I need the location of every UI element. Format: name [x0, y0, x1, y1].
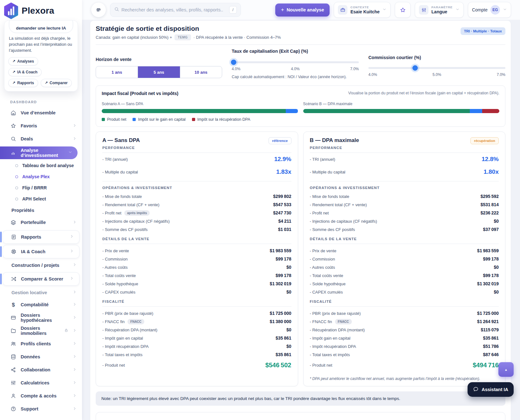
bullet-icon	[15, 198, 18, 200]
sidebar-item-portefeuille[interactable]: Portefeuille	[0, 216, 82, 229]
new-analysis-button[interactable]: + Nouvelle analyse	[275, 3, 330, 17]
sidebar-item-favoris[interactable]: Favoris	[0, 119, 82, 132]
stat-row: - Profit netaprès impôts$247 730	[102, 209, 291, 217]
sidebar-item-analyse-investissement[interactable]: Analyse d’investissement	[0, 146, 78, 159]
sidebar-item-construction-projets[interactable]: Construction / projets	[0, 260, 82, 271]
ai-card-chips: ↗Analyses ↗IA & Coach ↗Rapports ↗Compare…	[8, 57, 74, 87]
sidebar-item-profils-clients[interactable]: Profils clients	[0, 337, 82, 350]
scroll-to-top-button[interactable]: ▲	[498, 362, 514, 377]
stat-row: - Commission$99 178	[102, 255, 291, 263]
commission-slider-thumb[interactable]	[412, 65, 418, 71]
sidebar-item-deals[interactable]: Deals	[0, 132, 82, 146]
commission-slider[interactable]	[368, 67, 505, 69]
sidebar-item-comparer-scorer[interactable]: Comparer & Scorer	[3, 273, 79, 285]
chip-rapports[interactable]: ↗Rapports	[8, 79, 38, 87]
sidebar-card-rapports: Rapports	[3, 230, 79, 244]
chevron-right-icon	[72, 302, 77, 308]
stat-row: - Impôt gain en capital$35 861	[310, 334, 499, 342]
after-tax-badge: après impôts	[124, 210, 150, 216]
sidebar-item-compte-acces[interactable]: Compte & accès	[0, 390, 82, 403]
sidebar-subitem-tableau-de-bord[interactable]: Tableau de bord analyse	[0, 160, 82, 171]
stat-row: - Impôt récupération DPA$0	[102, 342, 291, 350]
sidebar-item-collaboration[interactable]: Collaboration	[0, 363, 82, 376]
favorite-button[interactable]	[395, 2, 411, 18]
controls-row: Horizon de vente 1 ans 5 ans 10 ans Taux…	[96, 45, 505, 81]
horizon-option-10ans[interactable]: 10 ans	[180, 66, 222, 78]
lock-icon	[64, 328, 68, 333]
impact-title: Impact fiscal (Produit net vs impôts)	[102, 91, 178, 96]
segment-impot-gain	[470, 109, 482, 113]
chip-comparer[interactable]: ↗Comparer	[41, 79, 72, 87]
ai-assistant-button[interactable]: Assistant IA	[468, 382, 514, 397]
sidebar-item-dossiers-immobiliers[interactable]: Dossiers immobiliers	[0, 324, 82, 337]
brand-name: Plexora	[22, 6, 54, 16]
segment-produit-net	[102, 109, 286, 113]
stat-row: - Profit net$236 222	[310, 209, 499, 217]
tri-value: 12.9%	[274, 156, 291, 163]
shuffle-icon	[10, 276, 17, 282]
horizon-option-5ans[interactable]: 5 ans	[138, 66, 180, 78]
brand[interactable]: Plexora	[0, 0, 82, 20]
sidebar-item-proprietes[interactable]: Propriétés	[0, 205, 82, 216]
chevron-right-icon	[72, 341, 77, 347]
scenario-card-b: B — DPA maximale récupération PERFORMANC…	[303, 132, 506, 386]
sidebar-item-donnees[interactable]: Données	[0, 350, 82, 363]
arrow-up-right-icon: ↗	[45, 81, 48, 85]
sidebar-item-vue-densemble[interactable]: Vue d’ensemble	[0, 106, 82, 119]
sidebar-item-gestion-locative[interactable]: Gestion locative	[0, 287, 82, 298]
net-proceeds-value: $494 716	[473, 362, 499, 369]
impact-fiscal-panel: Impact fiscal (Produit net vs impôts) Vi…	[96, 85, 505, 127]
account-menu[interactable]: Compte EG	[468, 2, 511, 18]
exit-cap-slider[interactable]	[232, 61, 359, 63]
content-panel: Stratégie de sortie et disposition Canad…	[90, 20, 511, 420]
chevron-right-icon	[72, 123, 77, 129]
sidebar-subitem-aph-select[interactable]: APH Select	[0, 193, 82, 205]
sidebar-subitem-analyse-plex[interactable]: Analyse Plex	[0, 171, 82, 182]
context-selector[interactable]: CONTEXTE Esaie Kuitche	[334, 2, 391, 18]
chip-analyses[interactable]: ↗Analyses	[8, 57, 38, 65]
plus-icon: +	[281, 7, 284, 13]
search-input[interactable]: Rechercher des analyses, villes, profils…	[110, 3, 241, 17]
param-value: Langue	[431, 9, 453, 14]
chip-ia-coach[interactable]: ↗IA & Coach	[8, 68, 42, 76]
exit-cap-label: Taux de capitalisation (Exit Cap) (%)	[232, 49, 359, 54]
context-label: CONTEXTE	[350, 5, 380, 9]
sidebar-item-comptabilite[interactable]: $ Comptabilité	[0, 298, 82, 311]
stat-row: - Prix de vente$1 983 559	[102, 247, 291, 255]
chevron-down-icon	[382, 7, 387, 13]
document-icon	[10, 234, 17, 240]
sidebar-item-support[interactable]: Support	[0, 403, 82, 416]
tri-note: Note: un TRI légèrement plus élevé avec …	[96, 391, 505, 406]
section-sale: DÉTAILS DE LA VENTE	[102, 237, 291, 241]
main-area: Rechercher des analyses, villes, profils…	[82, 0, 520, 420]
ask-ai-reading-button[interactable]: demander une lecture IA	[9, 20, 73, 33]
sidebar-item-ia-coach[interactable]: IA & Coach	[3, 245, 79, 258]
stat-row: - Solde hypothèque$1 302 019	[102, 280, 291, 288]
arrow-up-icon: ▲	[504, 368, 508, 371]
exit-cap-ticks: 4.0% 4.0% 7.0%	[232, 67, 359, 71]
context-value: Esaie Kuitche	[350, 9, 380, 14]
avatar: EG	[490, 5, 500, 15]
view-mode-badge: TRI · Multiple · Totaux	[461, 27, 505, 35]
exit-cap-slider-thumb[interactable]	[231, 60, 236, 65]
dollar-icon: $	[10, 302, 17, 308]
horizon-option-1an[interactable]: 1 ans	[96, 66, 138, 78]
page-header: Stratégie de sortie et disposition Canad…	[96, 25, 505, 40]
sidebar-item-dossiers-hypothecaires[interactable]: Dossiers hypothécaires	[0, 311, 82, 324]
folder-icon	[10, 328, 17, 334]
horizon-label: Horizon de vente	[96, 57, 222, 62]
home-icon	[10, 110, 17, 116]
sidebar-item-rapports[interactable]: Rapports	[3, 231, 79, 243]
language-selector[interactable]: PARAMÈTRE Langue	[415, 2, 464, 18]
chevron-down-icon	[68, 150, 72, 155]
section-operations: OPÉRATIONS & INVESTISSEMENT	[102, 186, 291, 190]
layers-icon	[10, 220, 17, 225]
card-b-badge: récupération	[470, 137, 499, 144]
menu-button[interactable]	[91, 3, 106, 17]
bullet-icon	[15, 186, 18, 189]
chevron-right-icon	[72, 315, 77, 321]
sidebar-subitem-flip-brrr[interactable]: Flip / BRRR	[0, 182, 82, 193]
stat-row: - Rendement total (CF + vente)$531 814	[310, 200, 499, 209]
page-subtitle: Canada: gain en capital (inclusion 50%) …	[96, 34, 281, 40]
sidebar-item-calculatrices[interactable]: Calculatrices	[0, 376, 82, 390]
